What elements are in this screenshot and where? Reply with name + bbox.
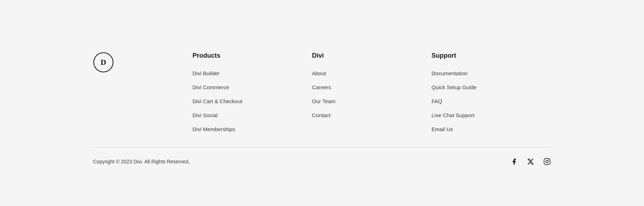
products-divi-commerce-link[interactable]: Divi Commerce — [192, 84, 229, 90]
svg-point-4 — [548, 159, 549, 160]
list-item: Careers — [312, 83, 431, 91]
footer-main: D Products Divi Builder Divi Commerce Di… — [0, 30, 644, 147]
copyright-text: Copyright © 2023 Divi. All Rights Reserv… — [93, 159, 190, 164]
instagram-icon[interactable] — [543, 158, 551, 166]
svg-rect-2 — [544, 159, 550, 165]
list-item: Live Chat Support — [431, 111, 551, 119]
divi-list: About Careers Our Team Contact — [312, 70, 431, 119]
products-divi-memberships-link[interactable]: Divi Memberships — [192, 126, 235, 132]
footer-column-support: Support Documentation Quick Setup Guide … — [431, 52, 551, 133]
svg-point-3 — [546, 161, 548, 163]
support-live-chat-link[interactable]: Live Chat Support — [431, 112, 474, 118]
list-item: Divi Social — [192, 111, 312, 119]
list-item: Divi Commerce — [192, 83, 312, 91]
list-item: Email Us — [431, 125, 551, 133]
support-email-us-link[interactable]: Email Us — [431, 126, 453, 132]
footer-column-divi: Divi About Careers Our Team Contact — [312, 52, 431, 133]
list-item: Documentation — [431, 70, 551, 77]
products-list: Divi Builder Divi Commerce Divi Cart & C… — [192, 70, 312, 133]
support-documentation-link[interactable]: Documentation — [431, 70, 468, 76]
social-icons — [510, 158, 551, 166]
products-divi-social-link[interactable]: Divi Social — [192, 112, 218, 118]
products-title: Products — [192, 52, 312, 59]
footer-columns: Products Divi Builder Divi Commerce Divi… — [192, 52, 551, 133]
list-item: Divi Memberships — [192, 125, 312, 133]
list-item: Divi Builder — [192, 70, 312, 77]
list-item: FAQ — [431, 97, 551, 105]
svg-text:D: D — [101, 58, 106, 67]
footer-column-products: Products Divi Builder Divi Commerce Divi… — [192, 52, 312, 133]
divi-about-link[interactable]: About — [312, 70, 326, 76]
footer-bottom: Copyright © 2023 Divi. All Rights Reserv… — [0, 148, 644, 176]
facebook-icon[interactable] — [510, 158, 518, 166]
products-divi-builder-link[interactable]: Divi Builder — [192, 70, 220, 76]
list-item: Quick Setup Guide — [431, 83, 551, 91]
footer-logo: D — [93, 52, 114, 73]
list-item: Divi Cart & Checkout — [192, 97, 312, 105]
divi-our-team-link[interactable]: Our Team — [312, 98, 336, 104]
products-divi-cart-link[interactable]: Divi Cart & Checkout — [192, 98, 242, 104]
divi-contact-link[interactable]: Contact — [312, 112, 331, 118]
support-list: Documentation Quick Setup Guide FAQ Live… — [431, 70, 551, 133]
support-faq-link[interactable]: FAQ — [431, 98, 442, 104]
divi-logo-icon: D — [93, 52, 114, 73]
twitter-x-icon[interactable] — [527, 158, 535, 166]
divi-title: Divi — [312, 52, 431, 59]
divi-careers-link[interactable]: Careers — [312, 84, 331, 90]
list-item: Our Team — [312, 97, 431, 105]
support-quick-setup-link[interactable]: Quick Setup Guide — [431, 84, 477, 90]
list-item: About — [312, 70, 431, 77]
list-item: Contact — [312, 111, 431, 119]
support-title: Support — [431, 52, 551, 59]
